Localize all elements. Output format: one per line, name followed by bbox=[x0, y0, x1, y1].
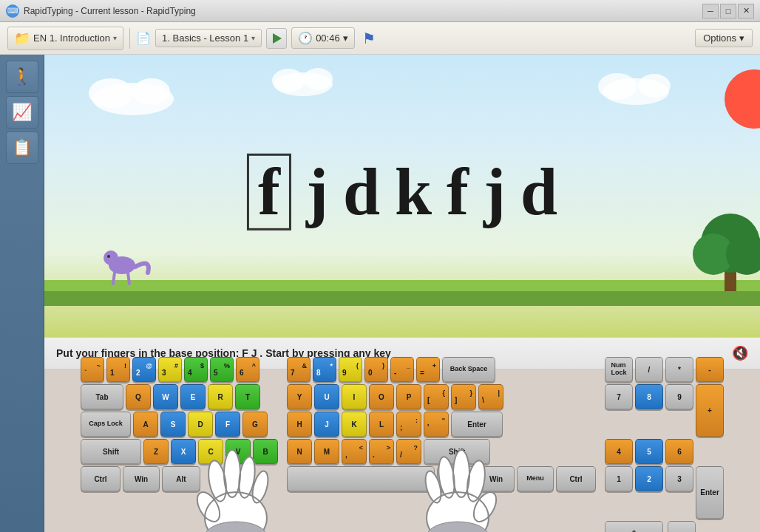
key-num8[interactable]: 8 bbox=[635, 384, 663, 409]
key-numdot[interactable]: . bbox=[668, 521, 696, 532]
key-num6[interactable]: 6 bbox=[665, 439, 693, 464]
key-p[interactable]: P bbox=[396, 384, 421, 409]
options-button[interactable]: Options ▾ bbox=[695, 29, 753, 47]
key-k[interactable]: K bbox=[342, 412, 367, 437]
key-w[interactable]: W bbox=[153, 384, 178, 409]
key-l[interactable]: L bbox=[369, 412, 394, 437]
lesson-selector[interactable]: 1. Basics - Lesson 1 ▾ bbox=[155, 29, 262, 47]
key-num4[interactable]: 4 bbox=[605, 439, 633, 464]
options-label: Options bbox=[703, 33, 736, 44]
maximize-button[interactable]: □ bbox=[720, 4, 736, 18]
key-quote[interactable]: "' bbox=[424, 412, 449, 437]
lesson-label: 1. Basics - Lesson 1 bbox=[162, 33, 248, 44]
key-minus[interactable]: _- bbox=[390, 357, 414, 382]
key-d[interactable]: D bbox=[188, 412, 213, 437]
key-n[interactable]: N bbox=[287, 439, 312, 464]
key-win-left[interactable]: Win bbox=[123, 466, 160, 491]
current-letter: f bbox=[247, 154, 291, 231]
key-h[interactable]: H bbox=[287, 412, 312, 437]
key-slash[interactable]: ?/ bbox=[396, 439, 421, 464]
key-ctrl-right[interactable]: Ctrl bbox=[556, 466, 596, 491]
key-num7[interactable]: 7 bbox=[605, 384, 633, 409]
key-win-right[interactable]: Win bbox=[478, 466, 515, 491]
key-numadd[interactable]: + bbox=[696, 384, 724, 437]
svg-point-29 bbox=[195, 488, 224, 525]
key-num9[interactable]: 9 bbox=[665, 384, 693, 409]
key-alt-left[interactable]: Alt bbox=[162, 466, 200, 491]
key-semicolon[interactable]: :; bbox=[396, 412, 421, 437]
key-tab[interactable]: Tab bbox=[81, 384, 123, 409]
key-backspace[interactable]: Back Space bbox=[442, 357, 495, 382]
key-6[interactable]: ^6 bbox=[236, 357, 259, 382]
key-i[interactable]: I bbox=[342, 384, 367, 409]
key-numdiv[interactable]: / bbox=[635, 357, 663, 382]
sidebar-item-lessons[interactable]: 📋 bbox=[6, 132, 38, 164]
toolbar: 📁 EN 1. Introduction ▾ 📄 1. Basics - Les… bbox=[0, 22, 760, 55]
key-altgr[interactable]: Alt Gr bbox=[437, 466, 475, 491]
key-numenter[interactable]: Enter bbox=[696, 466, 724, 519]
key-s[interactable]: S bbox=[160, 412, 186, 437]
key-1[interactable]: !1 bbox=[106, 357, 130, 382]
minimize-button[interactable]: ─ bbox=[702, 4, 719, 18]
svg-point-19 bbox=[107, 255, 110, 258]
key-v[interactable]: V bbox=[225, 439, 251, 464]
key-numlock[interactable]: NumLock bbox=[605, 357, 633, 382]
key-b[interactable]: B bbox=[253, 439, 278, 464]
key-r[interactable]: R bbox=[208, 384, 233, 409]
key-bracket-r[interactable]: }] bbox=[451, 384, 476, 409]
key-y[interactable]: Y bbox=[287, 384, 312, 409]
course-selector[interactable]: 📁 EN 1. Introduction ▾ bbox=[7, 27, 123, 50]
key-shift-left[interactable]: Shift bbox=[81, 439, 141, 464]
key-a[interactable]: A bbox=[133, 412, 158, 437]
svg-rect-12 bbox=[44, 291, 760, 306]
key-5[interactable]: %5 bbox=[210, 357, 234, 382]
key-t[interactable]: T bbox=[235, 384, 260, 409]
sidebar-item-typing[interactable]: 🚶 bbox=[6, 61, 38, 93]
key-num5[interactable]: 5 bbox=[635, 439, 663, 464]
key-z[interactable]: Z bbox=[143, 439, 169, 464]
key-4[interactable]: $4 bbox=[184, 357, 208, 382]
key-capslock[interactable]: Caps Lock bbox=[81, 412, 131, 437]
key-equals[interactable]: += bbox=[416, 357, 440, 382]
key-3[interactable]: #3 bbox=[158, 357, 182, 382]
timer-display[interactable]: 🕐 00:46 ▾ bbox=[291, 27, 355, 49]
key-comma[interactable]: <, bbox=[342, 439, 367, 464]
sound-icon[interactable]: 🔇 bbox=[732, 345, 748, 361]
sidebar-item-stats[interactable]: 📈 bbox=[6, 96, 38, 129]
key-9[interactable]: (9 bbox=[339, 357, 362, 382]
key-f[interactable]: F bbox=[215, 412, 240, 437]
key-numsub[interactable]: - bbox=[696, 357, 724, 382]
key-ctrl-left[interactable]: Ctrl bbox=[81, 466, 121, 491]
key-enter[interactable]: Enter bbox=[451, 412, 503, 437]
key-2[interactable]: @2 bbox=[132, 357, 156, 382]
key-period[interactable]: >. bbox=[369, 439, 394, 464]
key-num0[interactable]: 0 bbox=[605, 521, 663, 532]
key-shift-right[interactable]: Shift bbox=[424, 439, 490, 464]
key-backslash[interactable]: |\ bbox=[478, 384, 503, 409]
key-c[interactable]: C bbox=[198, 439, 223, 464]
key-g[interactable]: G bbox=[242, 412, 268, 437]
key-num3[interactable]: 3 bbox=[665, 466, 693, 491]
play-button[interactable] bbox=[266, 28, 287, 49]
key-0[interactable]: )0 bbox=[364, 357, 388, 382]
key-u[interactable]: U bbox=[314, 384, 339, 409]
key-x[interactable]: X bbox=[171, 439, 196, 464]
key-j[interactable]: J bbox=[314, 412, 339, 437]
key-num1[interactable]: 1 bbox=[605, 466, 633, 491]
key-m[interactable]: M bbox=[314, 439, 339, 464]
key-8[interactable]: *8 bbox=[313, 357, 336, 382]
letter-7: d bbox=[520, 159, 557, 225]
key-menu[interactable]: Menu bbox=[517, 466, 554, 491]
key-q[interactable]: Q bbox=[126, 384, 151, 409]
key-o[interactable]: O bbox=[369, 384, 394, 409]
key-7[interactable]: &7 bbox=[287, 357, 311, 382]
key-bracket-l[interactable]: {[ bbox=[424, 384, 449, 409]
svg-point-35 bbox=[427, 492, 489, 532]
key-e[interactable]: E bbox=[180, 384, 206, 409]
key-nummul[interactable]: * bbox=[665, 357, 693, 382]
close-button[interactable]: ✕ bbox=[738, 4, 754, 18]
key-num2[interactable]: 2 bbox=[635, 466, 663, 491]
key-space[interactable] bbox=[287, 466, 435, 491]
course-caret: ▾ bbox=[113, 34, 117, 42]
key-tilde[interactable]: ~` bbox=[81, 357, 104, 382]
